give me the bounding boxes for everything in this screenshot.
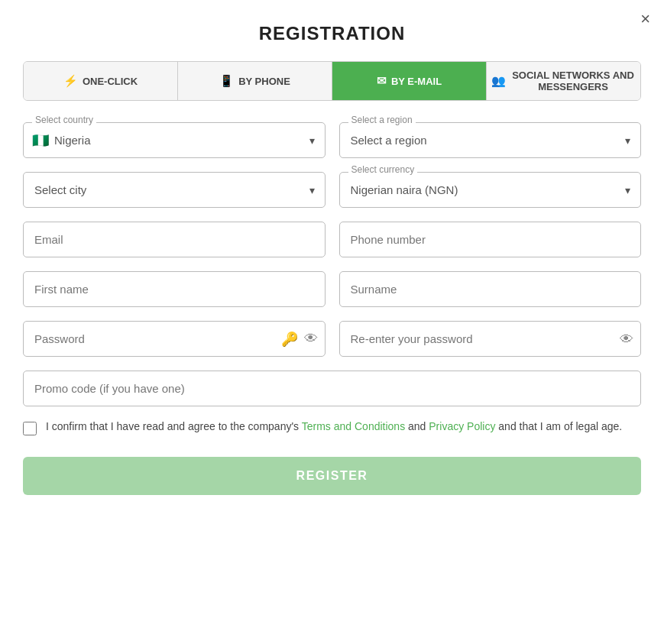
country-region-row: Select country 🇳🇬 Nigeria ▾ Select a reg… — [23, 122, 641, 158]
city-select-wrapper: Select city ▾ — [23, 172, 326, 208]
lightning-icon: ⚡ — [63, 74, 78, 88]
name-row — [23, 271, 641, 307]
registration-tabs: ⚡ ONE-CLICK 📱 BY PHONE ✉ BY E-MAIL 👥 SOC… — [23, 61, 641, 101]
country-group: Select country 🇳🇬 Nigeria ▾ — [23, 122, 326, 158]
region-select-wrapper: Select a region ▾ — [339, 122, 642, 158]
currency-label: Select currency — [348, 164, 418, 175]
close-button[interactable]: × — [640, 11, 650, 28]
tab-one-click[interactable]: ⚡ ONE-CLICK — [24, 62, 178, 100]
region-select[interactable]: Select a region — [339, 122, 642, 158]
surname-group — [339, 271, 642, 307]
region-group: Select a region Select a region ▾ — [339, 122, 642, 158]
modal-title: REGISTRATION — [23, 23, 641, 44]
password-icons: 🔑 👁 — [281, 331, 318, 348]
currency-select-wrapper: Nigerian naira (NGN) ▾ — [339, 172, 642, 208]
privacy-link[interactable]: Privacy Policy — [429, 420, 495, 432]
city-currency-row: Select city ▾ Select currency Nigerian n… — [23, 172, 641, 208]
registration-modal: × REGISTRATION ⚡ ONE-CLICK 📱 BY PHONE ✉ … — [0, 0, 664, 644]
terms-row: I confirm that I have read and agree to … — [23, 420, 641, 435]
password-input[interactable] — [23, 321, 326, 357]
country-select[interactable]: Nigeria — [23, 122, 326, 158]
social-icon: 👥 — [491, 74, 506, 88]
phone-group — [339, 222, 642, 257]
tab-by-email[interactable]: ✉ BY E-MAIL — [332, 62, 487, 100]
repassword-icons: 👁 — [620, 331, 633, 347]
tab-by-phone-label: BY PHONE — [238, 76, 290, 87]
email-icon: ✉ — [377, 74, 387, 88]
repassword-group: 👁 — [339, 321, 642, 357]
email-phone-row — [23, 222, 641, 257]
register-button[interactable]: REGISTER — [23, 457, 641, 495]
password-group: 🔑 👁 — [23, 321, 326, 357]
tab-by-email-label: BY E-MAIL — [391, 76, 442, 87]
password-row: 🔑 👁 👁 — [23, 321, 641, 357]
city-select[interactable]: Select city — [23, 172, 326, 208]
firstname-input[interactable] — [23, 271, 326, 307]
tab-one-click-label: ONE-CLICK — [83, 76, 138, 87]
tab-social-label: SOCIAL NETWORKS AND MESSENGERS — [510, 70, 636, 92]
terms-checkbox[interactable] — [23, 422, 37, 435]
email-input[interactable] — [23, 222, 326, 257]
repassword-toggle-icon[interactable]: 👁 — [620, 331, 633, 347]
repassword-input[interactable] — [339, 321, 642, 357]
country-label: Select country — [32, 115, 96, 125]
city-group: Select city ▾ — [23, 172, 326, 208]
surname-input[interactable] — [339, 271, 642, 307]
region-label: Select a region — [348, 115, 416, 125]
promo-input[interactable] — [23, 371, 641, 406]
phone-input[interactable] — [339, 222, 642, 257]
terms-link[interactable]: Terms and Conditions — [302, 420, 405, 432]
tab-social[interactable]: 👥 SOCIAL NETWORKS AND MESSENGERS — [487, 62, 640, 100]
key-icon: 🔑 — [281, 331, 298, 348]
email-group — [23, 222, 326, 257]
firstname-group — [23, 271, 326, 307]
tab-by-phone[interactable]: 📱 BY PHONE — [178, 62, 332, 100]
country-select-wrapper: 🇳🇬 Nigeria ▾ — [23, 122, 326, 158]
phone-icon: 📱 — [219, 74, 234, 88]
terms-text: I confirm that I have read and agree to … — [46, 420, 622, 432]
promo-group — [23, 371, 641, 406]
password-toggle-icon[interactable]: 👁 — [304, 331, 318, 347]
currency-group: Select currency Nigerian naira (NGN) ▾ — [339, 172, 642, 208]
currency-select[interactable]: Nigerian naira (NGN) — [339, 172, 642, 208]
